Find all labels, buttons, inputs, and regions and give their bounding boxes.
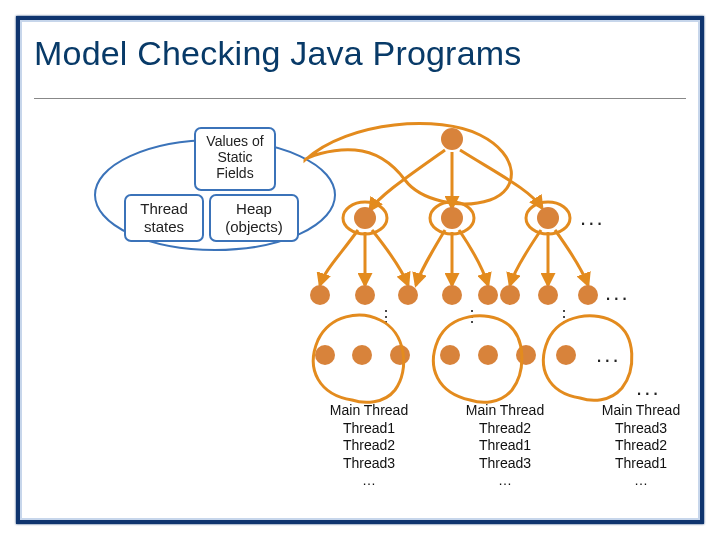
row2: [310, 285, 598, 305]
box-heap-l2: (objects): [225, 218, 283, 235]
col-more: …: [582, 472, 700, 490]
tree-edge: [460, 150, 542, 208]
tree-node: [354, 207, 376, 229]
tree-edge: [459, 230, 488, 285]
svg-point-0: [310, 285, 330, 305]
tree-node: [537, 207, 559, 229]
col-line: Thread1: [310, 420, 428, 438]
col-line: Thread3: [446, 455, 564, 473]
box-static-fields-l3: Fields: [216, 165, 253, 181]
tree-node: [441, 207, 463, 229]
tree-edge: [320, 230, 358, 285]
svg-point-1: [355, 285, 375, 305]
tree-edge: [416, 230, 445, 285]
col-more: …: [446, 472, 564, 490]
svg-point-12: [440, 345, 460, 365]
tree-edge: [510, 230, 541, 285]
svg-point-4: [442, 285, 462, 305]
box-static-fields-l2: Static: [217, 149, 252, 165]
col-line: Thread1: [446, 437, 564, 455]
col-main: Main Thread: [582, 402, 700, 420]
svg-point-2: [398, 285, 418, 305]
box-static-fields-l1: Values of: [206, 133, 263, 149]
col-line: Thread1: [582, 455, 700, 473]
col-main: Main Thread: [310, 402, 428, 420]
row-ellipsis: . . .: [580, 205, 601, 230]
box-heap-l1: Heap: [236, 200, 272, 217]
col-more: …: [310, 472, 428, 490]
thread-columns: Main Thread Thread1 Thread2 Thread3 … Ma…: [310, 402, 700, 490]
col-line: Thread2: [582, 437, 700, 455]
svg-point-8: [578, 285, 598, 305]
tree-edge: [555, 230, 588, 285]
thread-col: Main Thread Thread1 Thread2 Thread3 …: [310, 402, 428, 490]
row-ellipsis: . . .: [596, 342, 617, 367]
svg-point-15: [556, 345, 576, 365]
svg-point-9: [315, 345, 335, 365]
col-line: Thread3: [582, 420, 700, 438]
col-line: Thread2: [446, 420, 564, 438]
svg-point-14: [516, 345, 536, 365]
svg-point-11: [390, 345, 410, 365]
row-ellipsis: . . .: [605, 280, 626, 305]
svg-point-6: [500, 285, 520, 305]
col-line: Thread2: [310, 437, 428, 455]
tree-edge: [372, 230, 408, 285]
col-main: Main Thread: [446, 402, 564, 420]
svg-point-7: [538, 285, 558, 305]
svg-point-13: [478, 345, 498, 365]
thread-col: Main Thread Thread2 Thread1 Thread3 …: [446, 402, 564, 490]
box-thread-states-l2: states: [144, 218, 184, 235]
thread-col: Main Thread Thread3 Thread2 Thread1 …: [582, 402, 700, 490]
row3: [315, 345, 576, 365]
row-ellipsis: . . .: [636, 375, 657, 400]
col-line: Thread3: [310, 455, 428, 473]
tree-node: [441, 128, 463, 150]
svg-point-10: [352, 345, 372, 365]
box-thread-states-l1: Thread: [140, 200, 188, 217]
svg-point-5: [478, 285, 498, 305]
